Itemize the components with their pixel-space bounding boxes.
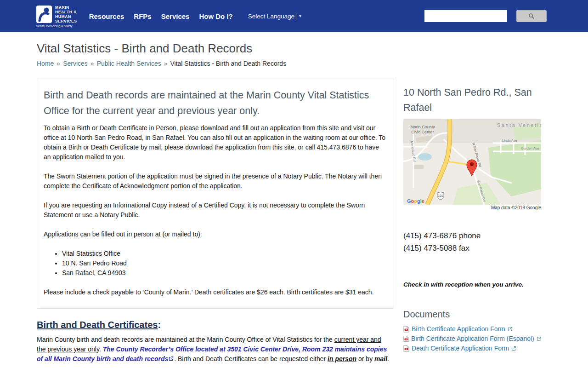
address-line: San Rafael, CA 94903	[62, 268, 387, 278]
documents-list: Birth Certificate Application Form Birth…	[403, 324, 541, 353]
in-person-text: in person	[328, 355, 356, 362]
paragraph-sworn-statement: The Sworn Statement portion of the appli…	[44, 172, 387, 191]
external-link-icon	[511, 346, 516, 351]
breadcrumb-services[interactable]: Services	[63, 60, 88, 67]
location-map[interactable]: Marin County Civic Center Santa Venetia …	[403, 119, 541, 205]
external-link-icon	[537, 336, 541, 341]
pdf-icon	[403, 345, 409, 352]
documents-heading: Documents	[403, 309, 541, 320]
breadcrumb-home[interactable]: Home	[37, 60, 54, 67]
document-link-row: Birth Certificate Application Form	[403, 324, 541, 334]
search-area	[424, 10, 547, 22]
breadcrumb-separator: »	[57, 60, 60, 67]
text-segment: .	[99, 345, 103, 353]
map-label-civic-center-1: Marin County	[410, 125, 435, 129]
language-label: Select Language	[248, 13, 294, 20]
certificates-section: Birth and Death Certificates: Marin Coun…	[37, 320, 394, 364]
article-box: Birth and Death records are maintained a…	[37, 79, 394, 309]
external-link-icon	[169, 356, 174, 361]
breadcrumb-public-health-services[interactable]: Public Health Services	[97, 60, 161, 67]
map-label-linda-ave: Linda Ave	[502, 138, 517, 143]
text-segment: . Birth and Death Certificates can be re…	[174, 355, 328, 362]
intro-heading: Birth and Death records are maintained a…	[44, 87, 387, 119]
document-link-birth-certificate[interactable]: Birth Certificate Application Form	[412, 324, 505, 334]
nav-rfps[interactable]: RFPs	[134, 12, 151, 20]
reception-note: Check in with reception when you arrive.	[403, 281, 541, 288]
nav-services[interactable]: Services	[161, 12, 190, 20]
fax-number: (415) 473-5088 fax	[403, 242, 541, 254]
top-navigation-bar: MARIN HEALTH & HUMAN SERVICES Health, We…	[0, 0, 588, 32]
nav-resources[interactable]: Resources	[89, 12, 124, 20]
document-link-row: Birth Certificate Application Form (Espa…	[403, 334, 541, 344]
text-segment: or by	[356, 355, 374, 362]
office-address-list: Vital Statistics Office 10 N. San Pedro …	[62, 249, 387, 278]
search-icon	[528, 13, 535, 19]
main-column: Birth and Death records are maintained a…	[37, 79, 394, 364]
location-heading: 10 North San Pedro Rd., San Rafael	[403, 85, 541, 115]
address-line: Vital Statistics Office	[62, 249, 387, 259]
page-title: Vital Statistics - Birth and Death Recor…	[37, 41, 551, 56]
certificates-heading-text: Birth and Death Certificates	[37, 320, 158, 330]
breadcrumb-current: Vital Statistics - Birth and Death Recor…	[170, 60, 287, 67]
sidebar: 10 North San Pedro Rd., San Rafael	[403, 79, 541, 353]
external-link-icon	[508, 327, 513, 332]
map-label-garden-ave: Garden Ave	[521, 146, 539, 150]
paragraph-informational-copy: If you are requesting an Informational C…	[44, 201, 387, 220]
paragraph-obtain: To obtain a Birth or Death Certificate i…	[44, 123, 387, 162]
certificates-heading: Birth and Death Certificates:	[37, 320, 394, 330]
paragraph-fees: Please include a check payable to ‘Count…	[44, 288, 387, 297]
highway-101-label: 101	[438, 194, 443, 197]
breadcrumb: Home » Services » Public Health Services…	[37, 60, 551, 67]
document-link-row: Death Certificate Application Form	[403, 344, 541, 353]
map-image: Marin County Civic Center Santa Venetia …	[403, 119, 541, 205]
phone-number: (415) 473-6876 phone	[403, 230, 541, 242]
address-line: 10 N. San Pedro Road	[62, 259, 387, 268]
text-segment: Marin County birth and death records are…	[37, 336, 334, 343]
search-input[interactable]	[424, 10, 507, 22]
pdf-icon	[403, 335, 409, 342]
map-label-santa-venetia: Santa Venetia	[497, 122, 541, 128]
search-button[interactable]	[516, 10, 547, 22]
page-root: MARIN HEALTH & HUMAN SERVICES Health, We…	[0, 0, 588, 364]
certificates-paragraph: Marin County birth and death records are…	[37, 335, 390, 364]
map-label-civic-center-2: Civic Center	[411, 130, 434, 134]
logo-tagline: Health, Well-being & Safety	[36, 24, 77, 28]
map-attribution: Map data ©2018 Google	[403, 205, 541, 210]
chevron-down-icon: ▼	[298, 14, 302, 18]
page-header: Vital Statistics - Birth and Death Recor…	[0, 41, 588, 67]
mail-text: mail	[374, 355, 387, 362]
marin-hhs-logo-icon	[36, 5, 52, 23]
certificates-heading-colon: :	[158, 320, 161, 330]
pdf-icon	[403, 326, 409, 333]
breadcrumb-separator: »	[90, 60, 94, 67]
contact-block: (415) 473-6876 phone (415) 473-5088 fax	[403, 230, 541, 254]
nav-how-do-i[interactable]: How Do I?	[199, 12, 232, 20]
site-logo[interactable]: MARIN HEALTH & HUMAN SERVICES Health, We…	[36, 5, 77, 28]
logo-text: MARIN HEALTH & HUMAN SERVICES	[55, 5, 77, 23]
document-link-birth-certificate-espanol[interactable]: Birth Certificate Application Form (Espa…	[411, 334, 534, 344]
breadcrumb-separator: »	[164, 60, 168, 67]
document-link-death-certificate[interactable]: Death Certificate Application Form	[412, 344, 509, 353]
language-selector[interactable]: Select Language ▼	[248, 13, 302, 20]
paragraph-applications: Applications can be filled out in person…	[44, 230, 387, 239]
main-nav: Resources RFPs Services How Do I?	[89, 12, 243, 20]
highway-101-shield-icon: 101	[437, 192, 444, 200]
language-cursor	[296, 13, 296, 20]
content-columns: Birth and Death records are maintained a…	[37, 79, 551, 364]
text-segment: .	[387, 355, 389, 362]
google-logo-icon: Google	[407, 198, 424, 204]
